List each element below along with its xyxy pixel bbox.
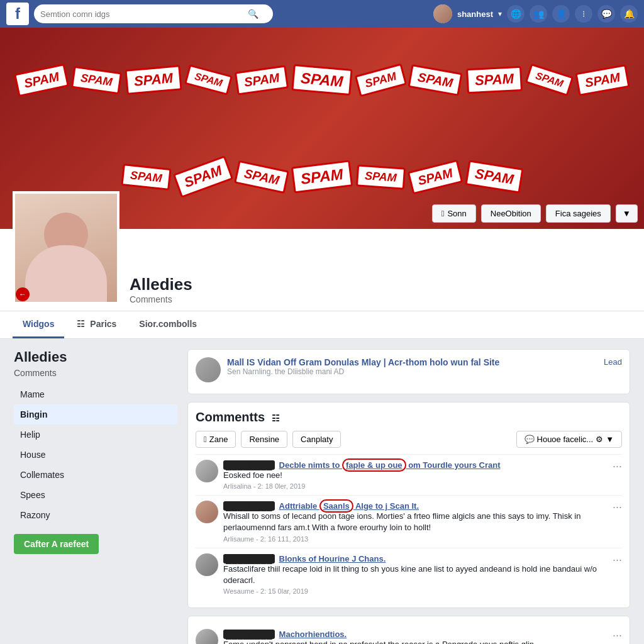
featured-post-card: Mall IS Vidan Off Gram Donulas Mlay | Ac… [187,349,630,394]
cover-buttons:  Sonn NeeObition Fica sageies ▼ [432,204,638,223]
globe-icon[interactable]: 🌐 [507,5,525,23]
spam-badge: SPAM [71,65,122,94]
apps-icon[interactable]: ⁝ [575,5,592,23]
comment-avatar-0 [196,460,218,482]
more-comment-title-0[interactable]: Machorhiendtios. [279,630,347,639]
redacted-name-0: ████████ [223,460,275,470]
username-label[interactable]: shanhest [457,9,493,19]
more-comment-avatar-0 [196,629,218,644]
username-dropdown-arrow[interactable]: ▾ [498,9,502,18]
sidebar-subtitle: Comments [14,368,177,378]
tab-sior[interactable]: Sior.combolls [129,311,207,338]
profile-picture-container: ← [13,191,119,304]
more-comment-header-0: ████████ Machorhiendtios. [223,629,608,639]
sidebar-item-helip[interactable]: Helip [14,425,177,445]
featured-post-title: Mall IS Vidan Off Gram Donulas Mlay | Ac… [227,357,622,367]
profile-name-area: Alledies Comments [130,275,631,304]
dropdown-arrow: ▼ [606,435,614,444]
sidebar-item-spees[interactable]: Spees [14,485,177,505]
profile-name: Alledies [130,275,631,294]
comment-more-2[interactable]: ··· [613,553,622,567]
more-button[interactable]: ▼ [616,204,638,223]
sonn-button[interactable]:  Sonn [432,204,476,223]
spam-badge: SPAM [465,160,523,193]
tab-parics[interactable]: ☷ Parics [67,311,126,338]
filter-rensine[interactable]: Rensine [241,431,287,448]
comment-header-0: ████████ Decble nimts to faple & up oue … [223,460,608,470]
comment-meta-2: Wesaume - 2: 15 0lar, 2019 [223,587,608,595]
more-comment-more-0[interactable]: ··· [613,629,622,642]
comment-body-2: Fastaclifare thiil recape loid in lit th… [223,564,608,586]
tab-widgos[interactable]: Widgos [13,311,64,338]
top-navigation: f 🔍 shanhest ▾ 🌐 👥 👤 ⁝ 💬 🔔 [0,0,644,28]
bubble-icon: 💬 [525,435,535,444]
search-icon[interactable]: 🔍 [248,9,258,19]
more-comment-avatar-image-0 [196,629,218,644]
comment-title-link-2[interactable]: Blonks of Hourine J Chans. [279,554,386,564]
spam-badge: SPAM [291,160,353,193]
comment-item-0: ████████ Decble nimts to faple & up oue … [196,454,622,495]
grid-icon: ☷ [77,319,85,329]
person-icon[interactable]: 👤 [552,5,570,23]
featured-post-avatar [196,357,221,382]
settings-icon: ⚙ [596,435,603,444]
notifications-icon[interactable]: 🔔 [620,5,638,23]
more-comment-body-0: Fome unden't popracnt hend in na profesu… [223,639,608,644]
filter-bar:  Zane Rensine Canplaty 💬 Houoe facelic.… [196,431,622,448]
comment-meta-0: Arlisalina - 2: 18 0ler, 2019 [223,482,608,490]
spam-badge: SPAM [125,65,182,95]
sidebar-item-bingin[interactable]: Bingin [14,404,177,425]
person-body-shape [25,245,107,302]
filter-zane[interactable]:  Zane [196,431,236,448]
profile-tabs: Widgos ☷ Parics Sior.combolls [0,311,644,339]
feed-section-header: Commentts ☷ [196,410,622,425]
fica-sageies-button[interactable]: Fica sageies [546,204,611,223]
content-area: Alledies Comments Mame Bingin Helip Hous… [8,349,636,644]
filter-houoe[interactable]: 💬 Houoe facelic... ⚙ ▼ [516,431,622,448]
spam-badge: SPAM [14,63,69,96]
sidebar-item-mame[interactable]: Mame [14,384,177,404]
page-wrapper: SPAM SPAM SPAM SPAM SPAM SPAM SPAM SPAM … [0,28,644,644]
comment-content-0: ████████ Decble nimts to faple & up oue … [223,460,608,490]
spam-badge: SPAM [234,160,289,193]
comment-title-link-0[interactable]: Decble nimts to faple & up oue om Tourdl… [279,458,501,472]
cover-section: SPAM SPAM SPAM SPAM SPAM SPAM SPAM SPAM … [0,28,644,339]
spam-badge: SPAM [575,64,630,96]
profile-area: ← Alledies Comments [0,229,644,311]
comment-more-1[interactable]: ··· [613,501,622,514]
spam-badge: SPAM [408,159,464,194]
sidebar-item-razony[interactable]: Razony [14,505,177,525]
facebook-logo[interactable]: f [6,3,29,25]
sidebar-item-collemates[interactable]: Collemates [14,465,177,485]
spam-badge: SPAM [408,64,463,96]
redacted-name-mc0: ████████ [223,630,275,639]
friends-icon[interactable]: 👥 [530,5,547,23]
spam-badge: SPAM [184,64,233,95]
messages-icon[interactable]: 💬 [597,5,615,23]
spam-badge: SPAM [173,155,233,198]
profile-edit-icon[interactable]: ← [16,287,30,301]
filter-canplaty[interactable]: Canplaty [292,431,341,448]
featured-post-text: Mall IS Vidan Off Gram Donulas Mlay | Ac… [227,357,622,376]
more-comments-card: ████████ Machorhiendtios. Fome unden't p… [187,616,630,644]
more-comment-item-0: ████████ Machorhiendtios. Fome unden't p… [196,624,622,644]
annotated-text-0: faple & up oue [342,458,406,472]
profile-picture [13,191,119,304]
spam-badge: SPAM [355,63,407,97]
grid-icon[interactable]: ☷ [272,413,280,423]
comment-avatar-2 [196,553,218,576]
comment-header-2: ████████ Blonks of Hourine J Chans. [223,553,608,564]
comment-more-0[interactable]: ··· [613,460,622,473]
spam-badge: SPAM [235,65,289,95]
spam-badge: SPAM [525,64,573,96]
neeobition-button[interactable]: NeeObition [481,204,541,223]
search-bar[interactable]: 🔍 [34,4,273,23]
comment-avatar-image-1 [196,501,218,523]
featured-post-link[interactable]: Mall IS Vidan Off Gram Donulas Mlay | Ac… [227,357,499,367]
featured-post-meta: Sen Narnling. the Dliisblie mani AD [227,367,622,376]
sidebar-item-house[interactable]: House [14,445,177,465]
cafter-button[interactable]: Cafter A raefeet [14,534,99,554]
avatar[interactable] [433,4,452,23]
nav-right: shanhest ▾ 🌐 👥 👤 ⁝ 💬 🔔 [433,4,638,23]
search-input[interactable] [40,9,248,19]
